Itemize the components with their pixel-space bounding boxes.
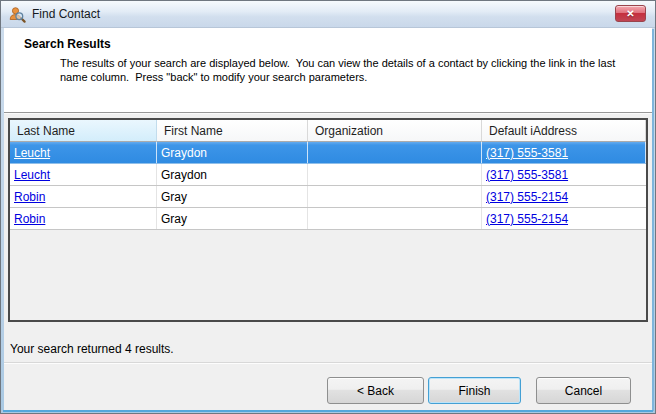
- find-contact-dialog: Find Contact ✕ Search Results The result…: [0, 0, 656, 414]
- iaddress-link[interactable]: (317) 555-2154: [486, 190, 568, 204]
- last-name-link[interactable]: Leucht: [14, 168, 50, 182]
- window-frame-right-edge: [652, 29, 654, 411]
- page-description: The results of your search are displayed…: [60, 56, 635, 84]
- organization-cell: [308, 208, 482, 229]
- close-button[interactable]: ✕: [615, 5, 646, 22]
- cancel-button[interactable]: Cancel: [536, 377, 631, 404]
- first-name-cell: Graydon: [157, 142, 308, 163]
- back-button[interactable]: < Back: [327, 377, 424, 404]
- iaddress-cell: (317) 555-3581: [482, 164, 646, 185]
- search-results-table: Last Name First Name Organization Defaul…: [8, 118, 648, 322]
- page-title: Search Results: [24, 37, 642, 51]
- last-name-cell: Robin: [10, 208, 157, 229]
- window-title: Find Contact: [32, 7, 100, 21]
- last-name-link[interactable]: Robin: [14, 190, 45, 204]
- last-name-cell: Leucht: [10, 142, 157, 163]
- last-name-cell: Leucht: [10, 164, 157, 185]
- table-header-row: Last Name First Name Organization Defaul…: [10, 120, 646, 142]
- last-name-link[interactable]: Leucht: [14, 146, 50, 160]
- first-name-cell: Gray: [157, 186, 308, 207]
- window-frame-bottom-edge: [3, 410, 653, 412]
- first-name-cell: Graydon: [157, 164, 308, 185]
- contact-search-icon: [9, 6, 26, 23]
- iaddress-cell: (317) 555-2154: [482, 208, 646, 229]
- first-name-cell: Gray: [157, 208, 308, 229]
- button-row: < Back Finish Cancel: [4, 363, 652, 410]
- iaddress-cell: (317) 555-2154: [482, 186, 646, 207]
- table-row[interactable]: Leucht Graydon (317) 555-3581: [10, 142, 646, 164]
- column-header-default-iaddress[interactable]: Default iAddress: [482, 120, 646, 142]
- iaddress-link[interactable]: (317) 555-2154: [486, 212, 568, 226]
- iaddress-cell: (317) 555-3581: [482, 142, 646, 163]
- column-header-organization[interactable]: Organization: [308, 120, 482, 142]
- table-row[interactable]: Robin Gray (317) 555-2154: [10, 186, 646, 208]
- table-row[interactable]: Leucht Graydon (317) 555-3581: [10, 164, 646, 186]
- wizard-header: Search Results The results of your searc…: [4, 28, 652, 113]
- column-header-last-name[interactable]: Last Name: [10, 120, 157, 142]
- last-name-link[interactable]: Robin: [14, 212, 45, 226]
- iaddress-link[interactable]: (317) 555-3581: [486, 168, 568, 182]
- organization-cell: [308, 186, 482, 207]
- table-empty-area: [10, 230, 646, 320]
- status-text: Your search returned 4 results.: [10, 342, 174, 356]
- last-name-cell: Robin: [10, 186, 157, 207]
- status-bar: Your search returned 4 results.: [4, 336, 652, 363]
- iaddress-link[interactable]: (317) 555-3581: [486, 146, 568, 160]
- dialog-body: Search Results The results of your searc…: [4, 28, 652, 410]
- organization-cell: [308, 142, 482, 163]
- organization-cell: [308, 164, 482, 185]
- table-row[interactable]: Robin Gray (317) 555-2154: [10, 208, 646, 230]
- finish-button[interactable]: Finish: [428, 377, 521, 404]
- title-bar[interactable]: Find Contact ✕: [1, 1, 655, 28]
- window-frame: Search Results The results of your searc…: [1, 28, 655, 413]
- column-header-first-name[interactable]: First Name: [157, 120, 308, 142]
